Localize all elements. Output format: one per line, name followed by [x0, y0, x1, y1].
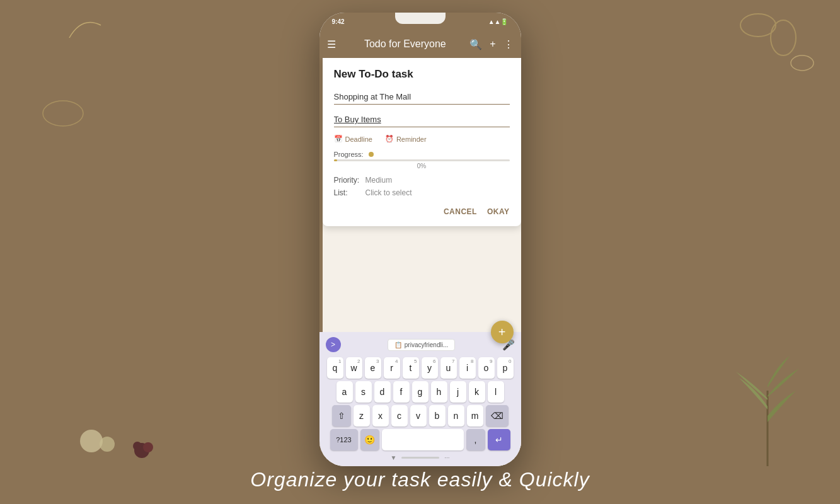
calendar-icon: 📅: [334, 135, 343, 143]
key-i[interactable]: i8: [459, 357, 476, 379]
reminder-label: Reminder: [396, 135, 427, 143]
key-v[interactable]: v: [410, 405, 427, 427]
key-q[interactable]: q1: [327, 357, 343, 379]
key-m[interactable]: m: [467, 405, 483, 427]
list-value[interactable]: Click to select: [365, 188, 412, 197]
menu-icon[interactable]: ☰: [327, 38, 336, 50]
kb-nav-dots: ···: [444, 454, 449, 461]
key-t[interactable]: t5: [403, 357, 419, 379]
enter-key[interactable]: ↵: [488, 429, 510, 450]
progress-section: Progress: 0%: [334, 151, 510, 169]
symbols-key[interactable]: ?123: [330, 429, 358, 450]
phone-mockup: 9:42 ▲▲🔋 ☰ Todo for Everyone 🔍 + ⋮ New T…: [319, 13, 521, 466]
dialog-title: New To-Do task: [334, 68, 510, 81]
reminder-icon: ⏰: [385, 135, 394, 143]
shift-key[interactable]: ⇧: [332, 405, 351, 427]
date-row: 📅 Deadline ⏰ Reminder: [334, 135, 510, 143]
key-r[interactable]: r4: [384, 357, 400, 379]
phone-content: New To-Do task 📅 Deadline ⏰ Reminder: [319, 58, 521, 466]
list-row: List: Click to select: [334, 188, 510, 197]
task-desc-input[interactable]: [334, 112, 510, 127]
priority-label: Priority:: [334, 176, 365, 185]
key-h[interactable]: h: [431, 381, 447, 403]
more-icon[interactable]: ⋮: [503, 38, 514, 50]
key-c[interactable]: c: [391, 405, 408, 427]
progress-label: Progress:: [334, 151, 364, 158]
key-l[interactable]: l: [488, 381, 504, 403]
svg-point-2: [791, 55, 814, 71]
keyboard-row-3: ⇧ z x c v b n m ⌫: [321, 405, 520, 427]
add-icon[interactable]: +: [490, 38, 495, 50]
kb-nav-line: [401, 457, 439, 459]
suggestion-icon: 📋: [394, 341, 402, 348]
status-time: 9:42: [332, 18, 345, 25]
status-icons: ▲▲🔋: [488, 18, 509, 25]
priority-value[interactable]: Medium: [365, 176, 393, 185]
app-toolbar: ☰ Todo for Everyone 🔍 + ⋮: [319, 30, 521, 58]
list-label: List:: [334, 188, 365, 197]
keyboard-row-1: q1 w2 e3 r4 t5 y6 u7 i8 o9 p0: [321, 357, 520, 379]
suggestion-text: privacyfriendli...: [405, 341, 448, 348]
key-p[interactable]: p0: [497, 357, 514, 379]
search-icon[interactable]: 🔍: [469, 38, 482, 50]
comma-key[interactable]: ,: [466, 429, 485, 450]
key-j[interactable]: j: [450, 381, 466, 403]
key-a[interactable]: a: [337, 381, 353, 403]
deadline-field[interactable]: 📅 Deadline: [334, 135, 372, 143]
key-b[interactable]: b: [429, 405, 446, 427]
space-key[interactable]: [382, 429, 464, 450]
key-n[interactable]: n: [448, 405, 464, 427]
key-d[interactable]: d: [374, 381, 391, 403]
key-k[interactable]: k: [469, 381, 485, 403]
keyboard-row-2: a s d f g h j k l: [321, 381, 520, 403]
backspace-key[interactable]: ⌫: [486, 405, 509, 427]
phone-notch: [395, 13, 446, 24]
svg-point-5: [80, 430, 103, 452]
svg-point-8: [143, 442, 153, 452]
expand-icon: >: [331, 340, 335, 349]
kb-nav-down: ▼: [390, 454, 396, 461]
bottom-tagline: Organize your task easily & Quickly: [250, 468, 589, 491]
key-x[interactable]: x: [372, 405, 389, 427]
progress-track[interactable]: [334, 159, 510, 161]
emoji-key[interactable]: 🙂: [360, 429, 379, 450]
reminder-field[interactable]: ⏰ Reminder: [385, 135, 427, 143]
status-bar: 9:42 ▲▲🔋: [319, 13, 521, 30]
keyboard-expand-button[interactable]: >: [326, 337, 341, 352]
key-o[interactable]: o9: [478, 357, 495, 379]
keyboard-row-4: ?123 🙂 , ↵: [321, 429, 520, 450]
task-name-input[interactable]: [334, 89, 510, 105]
task-dialog: New To-Do task 📅 Deadline ⏰ Reminder: [323, 58, 521, 226]
svg-point-9: [133, 442, 142, 450]
progress-value: 0%: [334, 163, 510, 169]
keyboard-bottom-bar: ▼ ···: [321, 454, 520, 461]
dialog-actions: CANCEL OKAY: [334, 203, 510, 216]
toolbar-title: Todo for Everyone: [348, 38, 463, 50]
svg-point-6: [100, 437, 115, 452]
fab-button[interactable]: +: [491, 321, 514, 343]
key-g[interactable]: g: [412, 381, 429, 403]
key-u[interactable]: u7: [440, 357, 457, 379]
priority-row: Priority: Medium: [334, 176, 510, 185]
svg-point-3: [43, 101, 83, 126]
progress-fill: [334, 159, 338, 161]
key-y[interactable]: y6: [422, 357, 438, 379]
cancel-button[interactable]: CANCEL: [444, 207, 477, 216]
svg-point-7: [134, 443, 149, 458]
key-e[interactable]: e3: [365, 357, 381, 379]
svg-point-0: [740, 14, 776, 37]
keyboard-top-bar: > 📋 privacyfriendli... 🎤: [321, 335, 520, 355]
deadline-label: Deadline: [345, 135, 372, 143]
svg-point-1: [771, 20, 796, 55]
ok-button[interactable]: OKAY: [487, 207, 510, 216]
key-f[interactable]: f: [393, 381, 410, 403]
key-z[interactable]: z: [354, 405, 370, 427]
key-s[interactable]: s: [355, 381, 372, 403]
keyboard-area: > 📋 privacyfriendli... 🎤 q1 w2 e3 r4 t5 …: [319, 332, 521, 466]
progress-dot: [369, 152, 374, 157]
key-w[interactable]: w2: [346, 357, 362, 379]
keyboard-suggestion[interactable]: 📋 privacyfriendli...: [388, 339, 455, 351]
